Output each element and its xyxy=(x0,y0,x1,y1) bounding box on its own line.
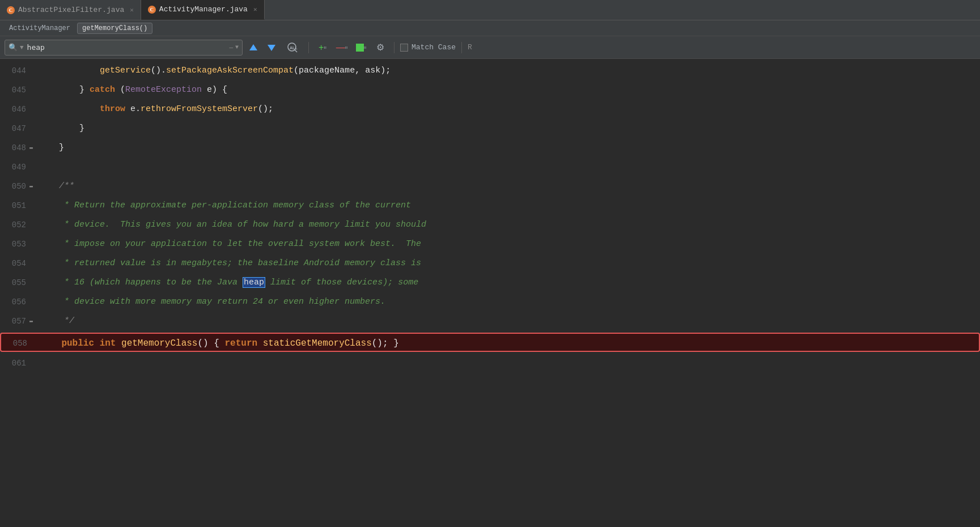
table-row: 045 } catch (RemoteException e) { xyxy=(0,80,980,100)
search-bar: 🔍 ▼ — ▼ ALL + ıı — ıı ıı ⚙ xyxy=(0,36,980,59)
gear-icon: ⚙ xyxy=(376,42,384,53)
checkbox-green-icon xyxy=(356,44,364,52)
code-content: } catch (RemoteException e) { xyxy=(34,80,980,100)
code-content: */ xyxy=(34,312,980,331)
tab-icon-1: C xyxy=(7,6,15,14)
search-next-button[interactable] xyxy=(264,40,279,55)
subscript-ii2: ıı xyxy=(345,45,347,50)
svg-line-3 xyxy=(295,50,297,52)
toggle-occurrence-button[interactable]: ıı xyxy=(353,40,369,55)
line-number: 044 xyxy=(0,61,34,80)
add-occurrence-button[interactable]: + ıı xyxy=(315,40,330,55)
table-row: 047 } xyxy=(0,119,980,138)
line-number: 049 xyxy=(0,158,34,177)
table-row: 052 * device. This gives you an idea of … xyxy=(0,215,980,235)
tab-close-1[interactable]: ✕ xyxy=(130,6,134,14)
match-case-label[interactable]: Match Case xyxy=(411,43,456,52)
code-content: * impose on your application to let the … xyxy=(34,235,980,254)
table-row: 061 xyxy=(0,354,980,373)
line-number: 053 xyxy=(0,235,34,254)
svg-marker-1 xyxy=(268,45,275,51)
code-content: /** xyxy=(34,177,980,196)
search-dropdown-trigger[interactable]: ▼ xyxy=(20,44,24,51)
table-row: 053 * impose on your application to let … xyxy=(0,235,980,254)
tab-label-2: ActivityManager.java xyxy=(159,5,248,14)
line-number: 061 xyxy=(0,354,34,373)
line-number: 056 xyxy=(0,292,34,312)
line-number: 052 xyxy=(0,215,34,235)
search-all-button[interactable]: ALL xyxy=(282,40,303,55)
code-content: * returned value is in megabytes; the ba… xyxy=(34,254,980,273)
code-content: * Return the approximate per-application… xyxy=(34,196,980,215)
line-number: 057 ▬ xyxy=(0,312,34,331)
tab-activity-manager[interactable]: C ActivityManager.java ✕ xyxy=(141,0,265,20)
code-editor: 044 getService().setPackageAskScreenComp… xyxy=(0,59,980,373)
svg-marker-0 xyxy=(249,44,257,50)
search-prev-button[interactable] xyxy=(246,40,261,55)
plus-icon: + xyxy=(319,42,324,53)
line-number: 051 xyxy=(0,196,34,215)
regex-label[interactable]: R xyxy=(468,43,472,52)
line-number: 045 xyxy=(0,80,34,100)
line-number: 058 xyxy=(1,334,35,351)
code-content: public int getMemoryClass() { return sta… xyxy=(35,334,979,351)
highlighted-code-line: 058 public int getMemoryClass() { return… xyxy=(0,333,980,352)
code-content: throw e.rethrowFromSystemServer(); xyxy=(34,100,980,119)
subscript-ii3: ıı xyxy=(364,45,366,50)
line-number: 055 xyxy=(0,273,34,292)
tab-bar: C AbstractPixelFilter.java ✕ C ActivityM… xyxy=(0,0,980,20)
fold-icon[interactable]: ▬ xyxy=(29,177,33,196)
table-row: 048 ▬ } xyxy=(0,138,980,158)
tab-icon-2: C xyxy=(148,6,156,14)
subscript-ii: ıı xyxy=(324,45,326,50)
toolbar-separator-3 xyxy=(461,42,462,53)
fold-icon[interactable]: ▬ xyxy=(29,312,33,331)
match-case-checkbox[interactable] xyxy=(400,44,408,52)
table-row: 056 * device with more memory may return… xyxy=(0,292,980,312)
table-row: 044 getService().setPackageAskScreenComp… xyxy=(0,61,980,80)
search-input-wrap: 🔍 ▼ — ▼ xyxy=(5,40,243,56)
code-content: } xyxy=(34,138,980,158)
line-number: 048 ▬ xyxy=(0,138,34,158)
remove-occurrence-button[interactable]: — ıı xyxy=(334,40,350,55)
table-row: 057 ▬ */ xyxy=(0,312,980,331)
search-options-arrow[interactable]: ▼ xyxy=(235,44,239,50)
table-row: 050 ▬ /** xyxy=(0,177,980,196)
table-row: 049 xyxy=(0,158,980,177)
breadcrumb-get-memory-class[interactable]: getMemoryClass() xyxy=(77,23,152,34)
code-content: * device. This gives you an idea of how … xyxy=(34,215,980,235)
code-content: * 16 (which happens to be the Java heap … xyxy=(34,273,980,292)
tab-close-2[interactable]: ✕ xyxy=(253,6,257,13)
line-number: 054 xyxy=(0,254,34,273)
search-clear-button[interactable]: — xyxy=(229,44,233,51)
tab-label-1: AbstractPixelFilter.java xyxy=(18,6,124,14)
fold-icon[interactable]: ▬ xyxy=(29,138,33,158)
table-row: 054 * returned value is in megabytes; th… xyxy=(0,254,980,273)
search-input[interactable] xyxy=(27,43,227,52)
toolbar-separator-2 xyxy=(394,42,394,53)
tab-abstract-pixel-filter[interactable]: C AbstractPixelFilter.java ✕ xyxy=(0,0,141,20)
toolbar-separator-1 xyxy=(308,42,309,53)
line-number: 046 xyxy=(0,100,34,119)
search-icon: 🔍 xyxy=(9,43,18,52)
table-row: 051 * Return the approximate per-applica… xyxy=(0,196,980,215)
code-content: } xyxy=(34,119,980,138)
search-settings-button[interactable]: ⚙ xyxy=(372,40,388,55)
table-row: 055 * 16 (which happens to be the Java h… xyxy=(0,273,980,292)
code-content: getService().setPackageAskScreenCompat(p… xyxy=(34,61,980,80)
breadcrumb-bar: ActivityManager getMemoryClass() xyxy=(0,20,980,36)
code-content: * device with more memory may return 24 … xyxy=(34,292,980,312)
minus-icon: — xyxy=(336,42,345,53)
code-content xyxy=(34,158,980,177)
breadcrumb-activity-manager[interactable]: ActivityManager xyxy=(5,23,75,33)
match-case-option: Match Case xyxy=(400,43,456,52)
svg-text:ALL: ALL xyxy=(290,46,298,50)
line-number: 050 ▬ xyxy=(0,177,34,196)
table-row: 046 throw e.rethrowFromSystemServer(); xyxy=(0,100,980,119)
line-number: 047 xyxy=(0,119,34,138)
code-content xyxy=(34,354,980,373)
